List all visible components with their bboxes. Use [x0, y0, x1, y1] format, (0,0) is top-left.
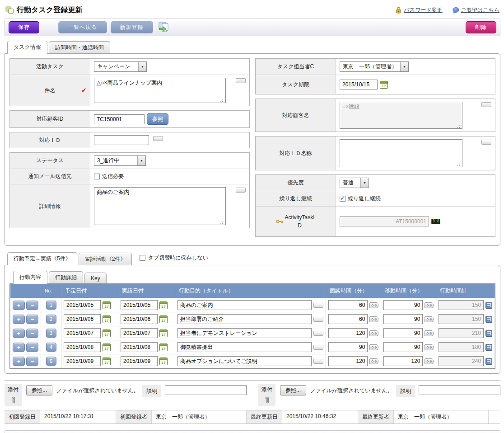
numpad-icon[interactable]: 0-9 — [425, 330, 434, 336]
meet-minutes-input[interactable] — [328, 342, 368, 352]
tab-task-info[interactable]: タスク情報 — [7, 41, 47, 54]
file-browse-button[interactable]: 参照... — [280, 385, 306, 395]
purpose-input[interactable] — [177, 300, 312, 310]
calendar-icon[interactable] — [380, 81, 388, 89]
tab-activity-plan-results[interactable]: 行動予定→実績《5件》 — [7, 252, 77, 265]
purpose-input[interactable] — [177, 328, 312, 338]
expand-field-button[interactable] — [481, 102, 491, 107]
tab-activity-content[interactable]: 行動内容 — [13, 271, 47, 284]
move-minutes-input[interactable] — [383, 300, 423, 310]
calendar-icon[interactable] — [159, 329, 168, 337]
expand-field-button[interactable] — [313, 317, 323, 322]
move-minutes-input[interactable] — [383, 356, 423, 366]
plan-date-input[interactable] — [64, 300, 101, 310]
chevron-down-icon[interactable] — [138, 62, 146, 71]
actual-date-input[interactable] — [121, 342, 158, 352]
priority-select[interactable]: 普通 — [340, 178, 369, 188]
task-owner-select[interactable]: 東京 一郎（管理者） — [340, 61, 409, 72]
tab-visit-call-time[interactable]: 訪問時間・通話時間 — [49, 41, 110, 53]
resize-grip[interactable] — [219, 99, 223, 102]
calendar-icon[interactable] — [103, 329, 111, 337]
calendar-icon[interactable] — [159, 301, 168, 309]
calendar-icon[interactable] — [159, 315, 168, 323]
numpad-icon[interactable]: 0-9 — [425, 316, 434, 322]
meet-minutes-input[interactable] — [328, 356, 368, 366]
row-number-badge[interactable]: 5 — [46, 357, 56, 366]
password-change-link[interactable]: パスワード変更 — [395, 6, 442, 14]
actual-date-input[interactable] — [121, 314, 158, 324]
expand-field-button[interactable] — [313, 331, 323, 336]
expand-field-button[interactable] — [313, 345, 323, 350]
add-row-button[interactable]: + — [13, 315, 25, 324]
resize-grip[interactable] — [456, 163, 460, 166]
chevron-down-icon[interactable] — [400, 62, 408, 71]
numpad-icon[interactable]: 0-9 — [369, 330, 378, 336]
numpad-icon[interactable]: 0-9 — [369, 344, 378, 350]
detail-info-textarea[interactable]: 商品のご案内 — [94, 187, 226, 225]
row-number-badge[interactable]: 1 — [46, 301, 56, 310]
move-minutes-input[interactable] — [383, 342, 423, 352]
plan-date-input[interactable] — [64, 356, 101, 366]
row-number-badge[interactable]: 3 — [46, 329, 56, 338]
send-required-checkbox[interactable] — [94, 174, 100, 179]
file-browse-button[interactable]: 参照... — [26, 385, 52, 395]
numpad-icon[interactable]: 0-9 — [369, 302, 378, 308]
total-minutes-input[interactable] — [439, 356, 484, 366]
duplicate-button[interactable] — [157, 21, 171, 33]
expand-field-button[interactable] — [481, 140, 491, 145]
tab-phone-activity[interactable]: 電話活動《2件》 — [79, 253, 132, 265]
numpad-icon[interactable]: 0-9 — [369, 358, 378, 364]
calendar-icon[interactable] — [103, 344, 111, 351]
save-button[interactable]: 保存 — [9, 21, 39, 33]
meet-minutes-input[interactable] — [328, 314, 368, 324]
expand-field-button[interactable] — [236, 188, 246, 193]
remove-row-button[interactable]: − — [26, 357, 38, 366]
browse-customer-button[interactable]: 参照 — [147, 113, 168, 125]
remove-row-button[interactable]: − — [26, 315, 38, 324]
status-select[interactable]: 3_進行中 — [94, 155, 146, 166]
repeat-checkbox[interactable] — [340, 196, 345, 202]
calendar-icon[interactable] — [159, 344, 168, 351]
move-minutes-input[interactable] — [383, 328, 423, 338]
new-registration-button[interactable]: 新規登録 — [111, 21, 153, 33]
description-input[interactable] — [419, 385, 500, 395]
row-number-badge[interactable]: 2 — [46, 315, 56, 324]
support-id-name-textarea[interactable] — [340, 139, 462, 167]
actual-date-input[interactable] — [121, 300, 158, 310]
feedback-link[interactable]: ご要望はこちら — [453, 6, 499, 14]
purpose-input[interactable] — [177, 342, 312, 352]
resize-grip[interactable] — [456, 124, 460, 128]
calendar-icon[interactable] — [103, 358, 111, 365]
purpose-input[interactable] — [177, 314, 312, 324]
total-minutes-input[interactable] — [439, 314, 484, 324]
numpad-icon[interactable]: 0-9 — [369, 316, 378, 322]
chevron-down-icon[interactable] — [360, 178, 369, 188]
back-to-list-button[interactable]: 一覧へ戻る — [58, 21, 107, 33]
customer-id-input[interactable] — [94, 114, 145, 124]
plan-date-input[interactable] — [64, 342, 101, 352]
move-minutes-input[interactable] — [383, 314, 423, 324]
activity-task-id-input[interactable] — [340, 216, 429, 226]
numpad-icon[interactable]: 0-9 — [425, 302, 434, 308]
numpad-icon[interactable]: 0-9 — [425, 358, 434, 364]
expand-field-button[interactable] — [313, 303, 323, 308]
delete-button[interactable]: 削除 — [466, 21, 496, 33]
total-minutes-input[interactable] — [439, 300, 484, 310]
support-id-input[interactable] — [94, 135, 149, 145]
expand-field-button[interactable] — [153, 136, 163, 141]
add-row-button[interactable]: + — [13, 329, 25, 338]
remove-row-button[interactable]: − — [26, 343, 38, 352]
expand-field-button[interactable] — [313, 359, 323, 364]
remove-row-button[interactable]: − — [26, 301, 38, 310]
add-row-button[interactable]: + — [13, 301, 25, 310]
total-minutes-input[interactable] — [439, 342, 484, 352]
calendar-icon[interactable] — [159, 358, 168, 365]
add-row-button[interactable]: + — [13, 357, 25, 366]
no-save-on-tab-switch-checkbox[interactable] — [140, 255, 145, 261]
meet-minutes-input[interactable] — [328, 300, 368, 310]
tab-activity-detail[interactable]: 行動詳細 — [49, 271, 83, 283]
expand-field-button[interactable] — [236, 78, 246, 83]
customer-name-textarea[interactable]: ○×建設 — [340, 102, 462, 129]
plan-date-input[interactable] — [64, 328, 101, 338]
subject-textarea[interactable]: △○×商品ラインナップ案内 — [94, 78, 226, 103]
